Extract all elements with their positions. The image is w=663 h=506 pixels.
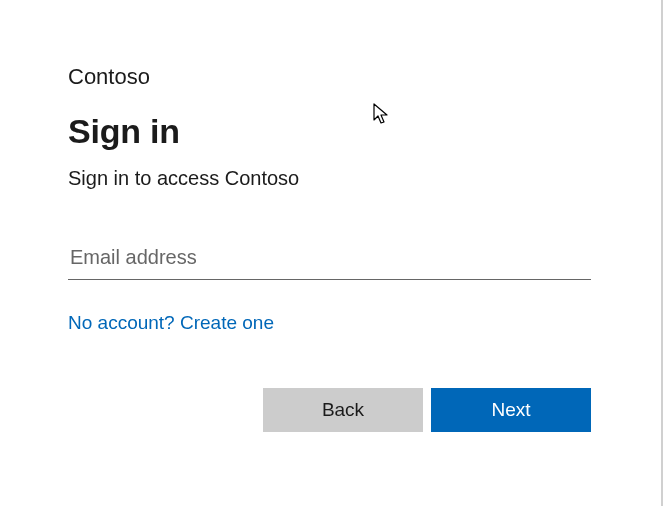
back-button[interactable]: Back [263, 388, 423, 432]
next-button[interactable]: Next [431, 388, 591, 432]
page-title: Sign in [68, 112, 591, 151]
button-row: Back Next [68, 388, 591, 432]
signin-dialog: Contoso Sign in Sign in to access Contos… [0, 0, 663, 506]
email-input[interactable] [68, 240, 591, 280]
create-account-link[interactable]: No account? Create one [68, 312, 274, 334]
brand-name: Contoso [68, 64, 591, 90]
page-subtitle: Sign in to access Contoso [68, 167, 591, 190]
